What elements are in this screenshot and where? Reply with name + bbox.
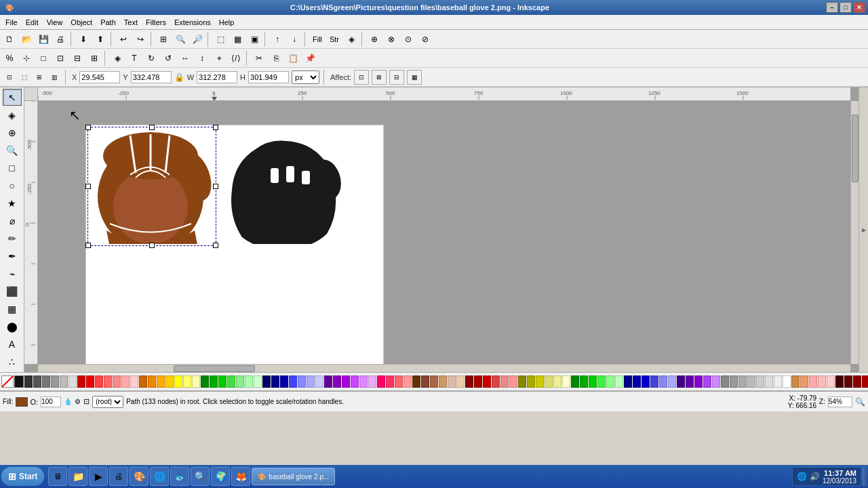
color-swatch[interactable]	[844, 375, 852, 388]
y-input[interactable]	[131, 71, 172, 83]
vertical-scrollbar[interactable]	[850, 101, 859, 364]
color-swatch[interactable]	[351, 375, 359, 388]
color-swatch[interactable]	[148, 375, 156, 388]
color-swatch[interactable]	[589, 375, 597, 388]
color-swatch[interactable]	[545, 375, 553, 388]
color-swatch[interactable]	[395, 375, 403, 388]
color-swatch[interactable]	[571, 375, 579, 388]
color-swatch[interactable]	[835, 375, 844, 388]
horizontal-scrollbar[interactable]	[38, 364, 850, 372]
color-swatch[interactable]	[659, 375, 667, 388]
raise-button[interactable]: ↑	[269, 32, 285, 47]
flip-h[interactable]: ↔	[177, 51, 193, 66]
color-swatch[interactable]	[853, 375, 861, 388]
color-swatch[interactable]	[342, 375, 350, 388]
no-fill-swatch[interactable]	[1, 375, 14, 388]
tool-bucket[interactable]: ⬛	[3, 283, 22, 300]
scale-corners[interactable]: ⊞	[33, 70, 46, 85]
color-swatch[interactable]	[633, 375, 641, 388]
select-all-button[interactable]: ⬚	[212, 32, 229, 47]
rotate-ccw[interactable]: ↺	[160, 51, 176, 66]
taskbar-media-player[interactable]: ▶	[89, 467, 108, 486]
color-swatch[interactable]	[606, 375, 614, 388]
snap-global[interactable]: %	[1, 51, 18, 66]
color-swatch[interactable]	[527, 375, 535, 388]
tool-eyedropper[interactable]: ⬤	[3, 319, 22, 336]
color-swatch[interactable]	[315, 375, 323, 388]
color-swatch[interactable]	[430, 375, 438, 388]
menu-extensions[interactable]: Extensions	[170, 17, 215, 28]
color-swatch[interactable]	[33, 375, 41, 388]
tray-volume[interactable]: 🔊	[810, 472, 820, 481]
print-button[interactable]: 🖨	[52, 32, 68, 47]
menu-view[interactable]: View	[43, 17, 67, 28]
color-swatch[interactable]	[765, 375, 773, 388]
copy-btn[interactable]: ⎘	[268, 51, 284, 66]
color-swatch[interactable]	[677, 375, 685, 388]
color-swatch[interactable]	[439, 375, 447, 388]
color-swatch[interactable]	[562, 375, 570, 388]
affect-btn1[interactable]: ⊡	[354, 70, 369, 85]
taskbar-inkscape-window[interactable]: 🎨 baseball glove 2.p...	[252, 468, 335, 485]
color-swatch[interactable]	[650, 375, 658, 388]
redo-button[interactable]: ↪	[132, 32, 149, 47]
taskbar-browser[interactable]: 🌍	[211, 467, 230, 486]
stroke-button[interactable]: Str	[326, 32, 342, 47]
color-swatch[interactable]	[668, 375, 676, 388]
affect-btn2[interactable]: ⊠	[372, 70, 387, 85]
color-swatch[interactable]	[121, 375, 130, 388]
w-input[interactable]	[197, 71, 237, 83]
menu-help[interactable]: Help	[215, 17, 239, 28]
color-swatch[interactable]	[113, 375, 121, 388]
tool-selector[interactable]: ↖	[3, 89, 22, 106]
ungroup-button[interactable]: ▣	[246, 32, 262, 47]
taskbar-hp-center[interactable]: 🖨	[109, 467, 128, 486]
color-swatch[interactable]	[324, 375, 332, 388]
fill-button[interactable]: Fill	[309, 32, 326, 47]
tool-zoom[interactable]: 🔍	[3, 142, 22, 159]
menu-text[interactable]: Text	[120, 17, 142, 28]
show-desktop-strip[interactable]	[863, 467, 867, 486]
snap-guide[interactable]: ⊟	[69, 51, 85, 66]
transform-btn[interactable]: ⌖	[211, 51, 227, 66]
color-swatch[interactable]	[236, 375, 244, 388]
minimize-button[interactable]: –	[826, 2, 838, 13]
canvas-area[interactable]: -500 -250 0 250 500 750 1000 1250 1500	[24, 87, 859, 372]
taskbar-extra1[interactable]: 🐟	[170, 467, 189, 486]
tool-rect[interactable]: □	[3, 159, 22, 176]
hscroll-thumb[interactable]	[174, 365, 255, 372]
fill-swatch[interactable]	[16, 397, 28, 407]
flip-v[interactable]: ↕	[194, 51, 210, 66]
color-swatch[interactable]	[210, 375, 218, 388]
drawing-page[interactable]: ↖	[85, 125, 384, 369]
tool-star[interactable]: ★	[3, 195, 22, 211]
color-swatch[interactable]	[694, 375, 703, 388]
color-swatch[interactable]	[403, 375, 412, 388]
color-swatch[interactable]	[157, 375, 165, 388]
start-button[interactable]: ⊞ Start	[1, 467, 44, 486]
color-swatch[interactable]	[474, 375, 482, 388]
layer-select[interactable]: (root)	[92, 396, 123, 408]
tool-pencil[interactable]: ✏	[3, 230, 22, 247]
cut-btn[interactable]: ✂	[251, 51, 267, 66]
rotate-cw[interactable]: ↻	[143, 51, 159, 66]
color-swatch[interactable]	[483, 375, 491, 388]
color-swatch[interactable]	[201, 375, 209, 388]
menu-path[interactable]: Path	[96, 17, 120, 28]
color-swatch[interactable]	[783, 375, 791, 388]
color-swatch[interactable]	[218, 375, 226, 388]
color-swatch[interactable]	[183, 375, 191, 388]
snap-center[interactable]: ⊞	[86, 51, 102, 66]
transform-only[interactable]: ⊡	[3, 70, 16, 85]
color-swatch[interactable]	[24, 375, 33, 388]
text-tool[interactable]: T	[126, 51, 142, 66]
color-swatch[interactable]	[421, 375, 429, 388]
paste-btn[interactable]: 📋	[285, 51, 301, 66]
new-button[interactable]: 🗋	[1, 32, 18, 47]
color-swatch[interactable]	[448, 375, 456, 388]
export-button[interactable]: ⬆	[92, 32, 108, 47]
taskbar-firefox[interactable]: 🦊	[231, 467, 250, 486]
color-swatch[interactable]	[368, 375, 376, 388]
maximize-button[interactable]: □	[840, 2, 852, 13]
xml-editor[interactable]: ⟨/⟩	[228, 51, 244, 66]
